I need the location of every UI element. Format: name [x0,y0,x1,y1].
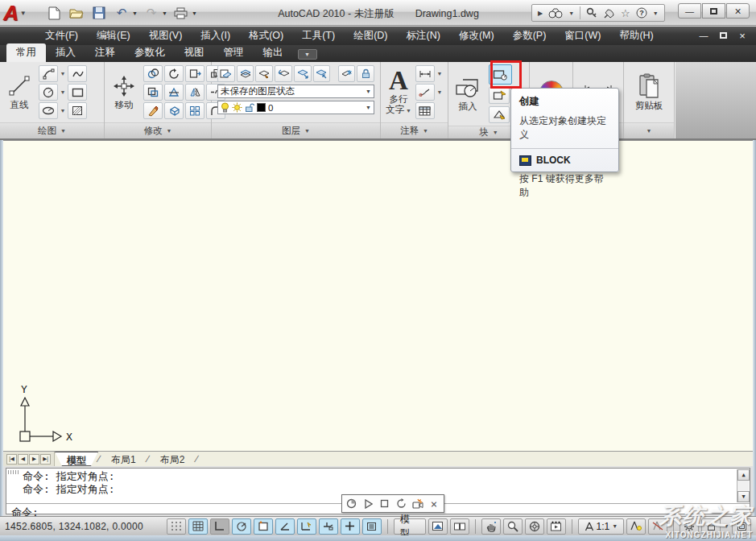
table-button[interactable] [415,102,435,119]
dynamic-ucs-toggle[interactable] [319,518,338,535]
panel-modify-label[interactable]: 修改▼ [105,122,211,138]
array-button[interactable] [185,102,204,119]
dimension-caret-icon[interactable]: ▼ [436,71,443,76]
tab-insert[interactable]: 插入 [46,43,85,62]
panel-annotate-label[interactable]: 注释▼ [381,122,448,138]
tab-parametric[interactable]: 参数化 [125,43,175,62]
tab-home[interactable]: 常用 [6,43,46,62]
layer-lock-button[interactable] [357,65,374,82]
next-tab-button[interactable]: ▶ [29,454,39,465]
panel-draw-label[interactable]: 绘图▼ [0,122,104,138]
layer-unisolate-button[interactable] [313,65,331,82]
save-button[interactable] [90,4,108,22]
multileader-caret-icon[interactable]: ▼ [436,89,443,95]
mirror-button[interactable] [185,84,204,101]
help-caret-icon[interactable]: ▼ [653,10,659,16]
rotate-button[interactable] [164,65,184,82]
record-button[interactable] [411,497,424,510]
object-snap-tracking-toggle[interactable] [297,518,316,535]
status-menu-caret-icon[interactable]: ▼ [723,523,729,529]
first-tab-button[interactable]: |◀ [6,454,17,465]
stop-button[interactable] [378,497,391,510]
quick-view-layouts-button[interactable] [428,518,448,535]
polyline-button[interactable] [68,65,87,82]
toolbar-lock-button[interactable] [701,518,721,535]
copy-button[interactable] [143,65,163,82]
help-button[interactable]: ? [636,7,647,19]
subscription-center-button[interactable] [586,7,597,19]
snap-toggle[interactable] [167,518,186,535]
layer-isolate-button[interactable] [294,65,312,82]
move-button[interactable]: 移动 [108,72,140,112]
lineweight-toggle[interactable] [362,518,382,535]
clipboard-paste-button[interactable]: 剪贴板 [633,72,665,113]
mtext-button[interactable]: A 多行文字 ▼ [384,67,413,118]
open-file-button[interactable] [68,4,85,22]
stretch-button[interactable] [185,65,204,82]
search-caret-icon[interactable]: ▼ [568,10,574,16]
polar-tracking-toggle[interactable] [232,518,251,535]
qat-customize-caret-icon[interactable]: ▼ [192,10,197,16]
layer-freeze-button[interactable] [338,65,356,82]
insert-block-button[interactable]: 插入 [452,74,484,114]
tab-model[interactable]: 模型 [55,452,98,466]
menu-insert[interactable]: 插入(I) [200,29,230,43]
object-snap-toggle[interactable] [254,518,273,535]
tab-view[interactable]: 视图 [175,43,214,62]
menu-dimension[interactable]: 标注(N) [407,29,440,43]
ellipse-caret-icon[interactable]: ▼ [60,108,66,114]
scroll-down-icon[interactable]: ▼ [737,491,750,502]
doc-restore-button[interactable] [717,30,729,41]
doc-close-button[interactable]: × [737,30,748,41]
edit-block-button[interactable] [489,87,510,104]
ribbon-minimize-button[interactable]: ▼ [298,49,317,60]
show-motion-button[interactable] [547,518,566,535]
command-history[interactable]: 命令: 指定对角点:命令: 指定对角点: [6,469,750,496]
undo-dropdown-caret-icon[interactable]: ▼ [132,10,138,16]
panel-layers-label[interactable]: 图层▼ [212,122,380,138]
search-button[interactable] [548,8,563,19]
close-minibar-button[interactable]: × [428,497,441,510]
layer-properties-button[interactable] [217,65,235,82]
menu-format[interactable]: 格式(O) [249,29,283,43]
annotation-autoscale-button[interactable] [648,518,667,535]
arc-button[interactable] [39,65,58,82]
pan-button[interactable] [481,518,501,535]
communication-center-button[interactable] [603,8,615,19]
menu-modify[interactable]: 修改(M) [459,29,494,43]
application-menu-button[interactable]: A ▼ [3,1,40,25]
zoom-button[interactable] [503,518,523,535]
ortho-toggle[interactable] [210,518,229,535]
arc-caret-icon[interactable]: ▼ [60,71,66,76]
layer-previous-button[interactable] [275,65,292,82]
rectangle-button[interactable] [68,84,87,101]
restore-button[interactable] [702,3,725,19]
quick-view-drawings-button[interactable] [450,518,469,535]
tab-output[interactable]: 输出 [254,43,293,62]
model-space-button[interactable]: 模型 [394,518,426,535]
dynamic-input-toggle[interactable] [341,518,360,535]
scroll-up-icon[interactable]: ▲ [737,469,750,481]
tab-layout1[interactable]: 布局1 [100,452,147,466]
prev-tab-button[interactable]: ◀ [18,454,28,465]
menu-edit[interactable]: 编辑(E) [97,29,130,43]
match-layer-button[interactable] [255,65,273,82]
workspace-switching-button[interactable] [680,518,699,535]
define-attributes-button[interactable] [489,106,510,123]
command-scrollbar[interactable]: ▲ ▼ [737,469,749,502]
play-button[interactable] [361,497,375,510]
minimize-button[interactable]: — [678,3,701,19]
menu-view[interactable]: 视图(V) [149,29,183,43]
undo-button[interactable]: ↶ [113,4,130,22]
erase-button[interactable] [143,102,163,119]
layer-state-dropdown[interactable]: 未保存的图层状态 ▼ [217,85,374,98]
annotation-visibility-button[interactable] [626,518,646,535]
circle-button[interactable] [39,84,58,101]
loop-button[interactable] [395,497,408,510]
close-button[interactable]: × [726,3,750,19]
layer-states-button[interactable] [237,65,254,82]
redo-dropdown-caret-icon[interactable]: ▼ [162,10,167,16]
hatch-button[interactable] [68,102,87,119]
grid-toggle[interactable] [188,518,208,535]
ellipse-button[interactable] [39,102,58,119]
